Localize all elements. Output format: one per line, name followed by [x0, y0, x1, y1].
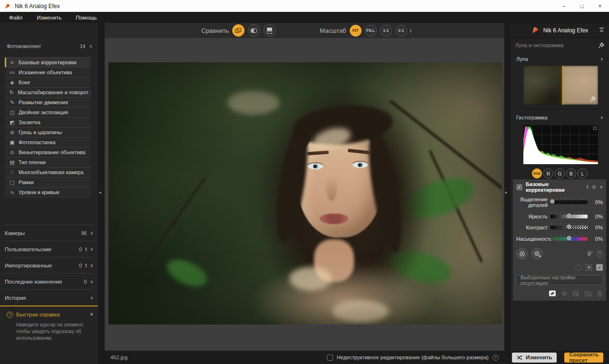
slider-handle[interactable]: [567, 236, 571, 240]
channel-b-button[interactable]: B: [566, 168, 576, 178]
sidebar-item-multilens-camera[interactable]: ∷Многообъективная камера: [5, 167, 90, 177]
chevron-down-icon[interactable]: ∨: [90, 247, 93, 252]
photokit-header[interactable]: Фотокомплект 14 ∧: [7, 42, 92, 50]
sidebar-item-label: Грязь и царапины: [19, 129, 62, 135]
detail-extraction-slider[interactable]: [550, 200, 588, 204]
collection-count: 96: [81, 230, 87, 236]
chevron-down-icon[interactable]: ∨: [90, 279, 93, 284]
channel-r-button[interactable]: R: [543, 168, 553, 178]
loupe-section-header[interactable]: Лупа ∧: [511, 55, 609, 63]
save-preset-button[interactable]: Сохранить пресет: [564, 353, 603, 363]
zoom-fit-button[interactable]: FIT: [350, 25, 362, 37]
photokit-count: 14: [80, 43, 86, 49]
slider-row-brightness: Яркость 0%: [516, 214, 603, 219]
filename-label: 452.jpg: [110, 354, 128, 360]
compare-split-horizontal-button[interactable]: [264, 24, 276, 37]
chevron-up-icon[interactable]: ∧: [600, 57, 603, 61]
channel-g-button[interactable]: G: [555, 168, 565, 178]
pin-icon[interactable]: [589, 96, 596, 102]
sidebar-item-motion-blur[interactable]: ✎Размытие движения: [5, 98, 90, 108]
loupe-histogram-header[interactable]: Лупа и гистограмма: [511, 40, 609, 50]
pen-nib-icon[interactable]: [586, 250, 593, 257]
stepper-icon[interactable]: ▴▾: [85, 247, 87, 252]
loupe-preview[interactable]: [523, 66, 598, 105]
image-mask-button[interactable]: [549, 290, 556, 297]
trash-icon[interactable]: [597, 290, 603, 297]
collection-imported[interactable]: Импортированные 0▴▾∨: [5, 257, 93, 273]
pin-icon[interactable]: [598, 42, 604, 49]
sidebar-item-lens-distortion[interactable]: ▭Искажение объектива: [5, 68, 90, 78]
channel-rgb-button[interactable]: RGB: [532, 168, 542, 178]
collection-recent-changes[interactable]: Последние изменения 0∨: [5, 273, 93, 289]
shadow-clipping-toggle[interactable]: [525, 127, 528, 130]
sidebar-item-label: Уровни и кривые: [19, 189, 59, 195]
saturation-slider[interactable]: [550, 237, 588, 241]
channel-l-button[interactable]: L: [578, 168, 588, 178]
collapse-left-icon[interactable]: ◂: [99, 190, 101, 195]
quick-help-close-icon[interactable]: ×: [90, 311, 93, 318]
slider-handle[interactable]: [567, 214, 571, 218]
sidebar-item-frames[interactable]: ▢Рамки: [5, 177, 90, 187]
collapse-right-icon[interactable]: ▸: [505, 190, 508, 195]
chevron-down-icon[interactable]: ∨: [90, 263, 93, 268]
brightness-slider[interactable]: [550, 215, 588, 218]
remove-adjustment-icon[interactable]: ⊗: [591, 184, 596, 190]
nondestructive-checkbox[interactable]: [327, 354, 333, 361]
add-adjustment-icon[interactable]: [561, 290, 568, 297]
sidebar-item-zoom-rotate[interactable]: ↻Масштабирование и поворот раз...: [5, 88, 90, 98]
sidebar-item-basic-adjustments[interactable]: ≡Базовые корректировки: [5, 58, 90, 68]
chevron-up-icon[interactable]: ∧: [600, 115, 603, 120]
photo-preview[interactable]: [108, 62, 502, 325]
zoom-2-1-button[interactable]: 2:1: [395, 25, 407, 37]
sidebar-item-dirt-scratches[interactable]: ⊘Грязь и царапины: [5, 128, 90, 138]
histogram-chart[interactable]: [523, 125, 598, 164]
zoom-1-1-button[interactable]: 1:1: [380, 25, 392, 37]
chevron-up-icon[interactable]: ∧: [89, 44, 92, 49]
collection-history[interactable]: История ∨: [5, 289, 93, 305]
collapse-panel-icon[interactable]: [599, 28, 605, 33]
add-control-line-button[interactable]: [531, 248, 543, 259]
sidebar-item-bokeh[interactable]: ◈Боке: [5, 78, 90, 88]
dirt-scratches-icon: ⊘: [9, 129, 15, 136]
preset-folder-icon[interactable]: [585, 290, 592, 296]
histogram-section-header[interactable]: Гистограмма ∧: [511, 113, 609, 122]
loupe-split-line[interactable]: [562, 66, 563, 105]
help-icon[interactable]: ?: [597, 251, 603, 257]
minimize-button[interactable]: −: [555, 0, 573, 12]
highlight-clipping-toggle[interactable]: [593, 127, 597, 130]
sidebar-item-double-exposure[interactable]: ◫Двойная экспозиция: [5, 108, 90, 118]
chevron-up-icon[interactable]: ∧: [599, 185, 603, 189]
slider-handle[interactable]: [567, 225, 571, 229]
chevron-down-icon[interactable]: ∨: [90, 295, 93, 300]
chevron-down-icon[interactable]: ∨: [90, 231, 93, 236]
reorder-stepper-icon[interactable]: ▴▾: [587, 185, 588, 189]
sidebar-item-light-leak[interactable]: ◩Засветка: [5, 118, 90, 128]
help-icon[interactable]: ?: [492, 354, 499, 361]
frames-icon: ▢: [9, 179, 15, 186]
slider-handle[interactable]: [550, 199, 554, 204]
menu-edit[interactable]: Изменить: [29, 15, 69, 20]
copy-preset-icon[interactable]: [572, 290, 580, 297]
apply-selection-checkbox[interactable]: ✓: [596, 264, 603, 271]
sidebar-item-lens-vignette[interactable]: ⊙Виньетирование объектива: [5, 148, 90, 157]
menu-help[interactable]: Помощь: [69, 15, 104, 20]
add-control-point-button[interactable]: [516, 248, 528, 259]
contrast-slider[interactable]: [550, 226, 588, 229]
sidebar-item-film-type[interactable]: ▤Тип пленки: [5, 157, 90, 167]
stepper-icon[interactable]: ▴▾: [85, 263, 87, 268]
menu-file[interactable]: Файл: [2, 15, 29, 20]
collection-custom[interactable]: Пользовательские 0▴▾∨: [5, 241, 93, 257]
selection-square-icon[interactable]: [586, 265, 592, 271]
sidebar-item-photo-plate[interactable]: ▣Фотопластинка: [5, 138, 90, 148]
edit-button[interactable]: Изменить: [512, 353, 557, 363]
adjustments-enabled-checkbox[interactable]: ✓: [516, 184, 522, 190]
collection-cameras[interactable]: Камеры 96∨: [5, 225, 93, 241]
compare-split-vertical-button[interactable]: [248, 24, 260, 37]
close-button[interactable]: ×: [591, 0, 609, 12]
maximize-button[interactable]: □: [573, 0, 591, 12]
sidebar-item-levels-curves[interactable]: ∿Уровни и кривые: [5, 187, 90, 197]
zoom-fill-button[interactable]: FILL: [365, 25, 377, 37]
zoom-stepper[interactable]: ▴▾: [410, 28, 412, 33]
selection-circle-icon[interactable]: [575, 265, 581, 271]
compare-overlay-button[interactable]: [232, 24, 245, 37]
